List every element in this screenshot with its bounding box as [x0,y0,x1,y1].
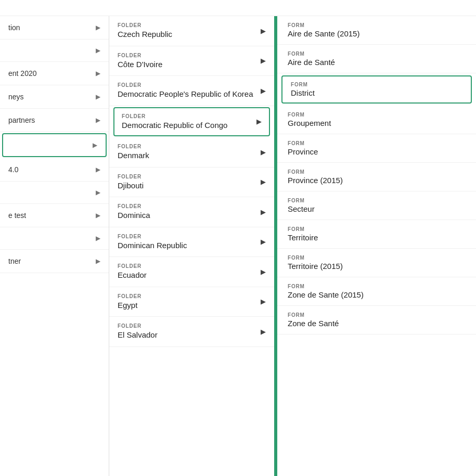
folder-arrow-icon: ▶ [256,118,262,125]
sidebar-arrow-icon: ▶ [96,117,100,124]
folder-name: Côte D'Ivoire [118,59,256,70]
folder-name: Dominica [118,210,256,221]
folder-arrow-icon: ▶ [261,238,266,246]
folder-name: Dominican Republic [118,240,256,251]
form-type-label: FORM [288,22,466,28]
sidebar-arrow-icon: ▶ [96,212,100,219]
sidebar-arrow-icon: ▶ [96,93,100,100]
form-type-label: FORM [288,169,466,175]
sidebar-arrow-icon: ▶ [96,189,100,196]
form-item-territoire[interactable]: FORM Territoire [277,220,476,249]
sidebar-arrow-icon: ▶ [93,141,97,149]
folder-item-dominican[interactable]: FOLDER Dominican Republic ▶ [109,227,274,258]
form-type-label: FORM [288,198,466,203]
folder-type-label: FOLDER [118,293,256,299]
sidebar-arrow-icon: ▶ [96,47,100,54]
sidebar-item-item6[interactable]: ▶ [2,133,107,157]
form-type-label: FORM [288,312,466,318]
form-name: Aire de Sante (2015) [288,29,466,38]
sidebar-item-item7[interactable]: 4.0 ▶ [0,158,109,182]
folder-arrow-icon: ▶ [261,87,266,95]
folder-type-label: FOLDER [122,113,252,119]
folder-item-denmark[interactable]: FOLDER Denmark ▶ [109,137,274,168]
folder-type-label: FOLDER [118,323,256,329]
folder-type-label: FOLDER [118,144,256,149]
form-item-groupement[interactable]: FORM Groupement [277,106,476,134]
folder-item-dominica[interactable]: FOLDER Dominica ▶ [109,197,274,227]
form-item-zone2015[interactable]: FORM Zone de Sante (2015) [277,277,476,306]
folder-name: Czech Republic [118,29,256,40]
form-name: Zone de Santé [288,319,466,328]
left-sidebar: tion ▶ ▶ ent 2020 ▶ neys ▶ partners ▶ ▶ … [0,16,109,476]
header [0,0,476,16]
sidebar-arrow-icon: ▶ [96,258,100,265]
form-type-label: FORM [288,255,466,261]
folder-arrow-icon: ▶ [261,298,266,305]
folder-item-dprk[interactable]: FOLDER Democratic People's Republic of K… [109,76,274,106]
sidebar-item-item5[interactable]: partners ▶ [0,109,109,132]
form-item-district[interactable]: FORM District [281,75,472,104]
form-name: District [291,88,462,97]
folder-arrow-icon: ▶ [261,27,266,35]
folder-item-djibouti[interactable]: FOLDER Djibouti ▶ [109,168,274,198]
form-type-label: FORM [288,112,466,118]
folder-arrow-icon: ▶ [261,208,266,216]
folder-type-label: FOLDER [118,82,256,88]
sidebar-item-item9[interactable]: e test ▶ [0,204,109,227]
form-type-label: FORM [288,226,466,232]
content-area: tion ▶ ▶ ent 2020 ▶ neys ▶ partners ▶ ▶ … [0,16,476,476]
folder-type-label: FOLDER [118,263,256,269]
sidebar-arrow-icon: ▶ [96,235,100,242]
sidebar-item-item4[interactable]: neys ▶ [0,85,109,109]
sidebar-arrow-icon: ▶ [96,24,100,31]
sidebar-arrow-icon: ▶ [96,166,100,173]
folder-type-label: FOLDER [118,22,256,28]
form-item-province[interactable]: FORM Province [277,134,476,163]
middle-folder-column: FOLDER Czech Republic ▶ FOLDER Côte D'Iv… [109,16,276,476]
form-name: Territoire [288,233,466,242]
folder-type-label: FOLDER [118,203,256,209]
sidebar-item-item1[interactable]: tion ▶ [0,16,109,40]
folder-name: Denmark [118,150,256,161]
folder-item-el_salvador[interactable]: FOLDER El Salvador ▶ [109,317,274,347]
folder-item-egypt[interactable]: FOLDER Egypt ▶ [109,287,274,317]
page-container: tion ▶ ▶ ent 2020 ▶ neys ▶ partners ▶ ▶ … [0,0,476,476]
folder-item-drc[interactable]: FOLDER Democratic Republic of Congo ▶ [113,107,270,137]
folder-item-ecuador[interactable]: FOLDER Ecuador ▶ [109,257,274,287]
sidebar-item-item2[interactable]: ▶ [0,40,109,62]
form-item-aire[interactable]: FORM Aire de Santé [277,45,476,73]
form-name: Aire de Santé [288,58,466,67]
sidebar-arrow-icon: ▶ [96,70,100,77]
sidebar-item-item11[interactable]: tner ▶ [0,250,109,273]
sidebar-item-item10[interactable]: ▶ [0,227,109,250]
form-name: Zone de Sante (2015) [288,290,466,299]
form-item-province2015[interactable]: FORM Province (2015) [277,163,476,191]
folder-arrow-icon: ▶ [261,178,266,186]
folder-arrow-icon: ▶ [261,268,266,276]
folder-name: El Salvador [118,330,256,340]
folder-type-label: FOLDER [118,234,256,239]
form-name: Province [288,147,466,156]
form-type-label: FORM [288,140,466,146]
folder-name: Democratic People's Republic of Korea [118,89,256,99]
form-item-territoire2015[interactable]: FORM Territoire (2015) [277,249,476,277]
form-name: Province (2015) [288,176,466,185]
form-item-zone[interactable]: FORM Zone de Santé [277,306,476,335]
form-item-secteur[interactable]: FORM Secteur [277,191,476,220]
form-type-label: FORM [288,284,466,289]
folder-name: Ecuador [118,270,256,280]
form-item-aire2015[interactable]: FORM Aire de Sante (2015) [277,16,476,45]
right-form-column: FORM Aire de Sante (2015) FORM Aire de S… [276,16,476,476]
form-type-label: FORM [291,82,462,87]
form-name: Territoire (2015) [288,262,466,271]
folder-arrow-icon: ▶ [261,328,266,336]
folder-item-czech[interactable]: FOLDER Czech Republic ▶ [109,16,274,46]
form-name: Secteur [288,204,466,213]
folder-name: Egypt [118,300,256,311]
sidebar-item-item8[interactable]: ▶ [0,182,109,204]
folder-name: Democratic Republic of Congo [122,120,252,131]
sidebar-item-item3[interactable]: ent 2020 ▶ [0,62,109,85]
folder-item-cote[interactable]: FOLDER Côte D'Ivoire ▶ [109,46,274,76]
folder-arrow-icon: ▶ [261,57,266,65]
folder-arrow-icon: ▶ [261,148,266,156]
